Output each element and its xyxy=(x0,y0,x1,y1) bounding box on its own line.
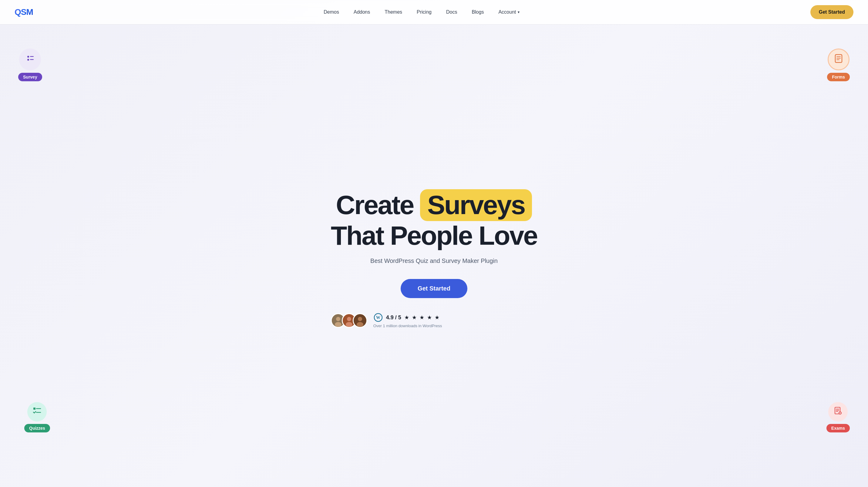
nav-blogs[interactable]: Blogs xyxy=(466,7,490,17)
forms-widget: Forms xyxy=(827,48,850,81)
forms-icon-box xyxy=(828,48,849,70)
header: QSM Demos Addons Themes Pricing Docs Blo… xyxy=(0,0,868,24)
hero-title-suffix: That People Love xyxy=(331,221,537,251)
header-get-started-button[interactable]: Get Started xyxy=(810,5,854,19)
nav-docs[interactable]: Docs xyxy=(440,7,463,17)
forms-icon xyxy=(833,53,844,66)
avatar-group xyxy=(331,313,367,328)
nav-account[interactable]: Account ▾ xyxy=(492,7,526,17)
hero-title-highlight: Surveys xyxy=(420,189,532,221)
stars: ★ ★ ★ ★ ★ xyxy=(404,314,440,321)
rating-description: Over 1 million downloads in WordPress xyxy=(373,324,442,328)
svg-point-0 xyxy=(27,56,29,58)
rating-score: 4.9 / 5 xyxy=(386,315,401,321)
nav: Demos Addons Themes Pricing Docs Blogs A… xyxy=(317,7,526,17)
exams-icon xyxy=(833,407,842,417)
rating-row: W 4.9 / 5 ★ ★ ★ ★ ★ xyxy=(373,313,440,322)
exams-label: Exams xyxy=(827,424,850,432)
chevron-down-icon: ▾ xyxy=(518,10,520,14)
social-proof: W 4.9 / 5 ★ ★ ★ ★ ★ Over 1 million downl… xyxy=(331,313,537,328)
quizzes-icon-box xyxy=(27,402,47,422)
exams-widget: Exams xyxy=(827,402,850,432)
survey-icon xyxy=(25,53,35,66)
svg-point-26 xyxy=(356,322,363,327)
logo-text: QSM xyxy=(14,7,33,17)
svg-rect-4 xyxy=(33,408,35,410)
svg-point-2 xyxy=(27,59,29,61)
svg-text:W: W xyxy=(376,315,380,320)
exams-icon-box xyxy=(828,402,848,422)
svg-rect-1 xyxy=(30,56,34,57)
nav-themes[interactable]: Themes xyxy=(378,7,408,17)
wordpress-logo: W xyxy=(373,313,383,322)
hero-title: Create Surveys That People Love xyxy=(331,189,537,251)
svg-point-25 xyxy=(358,317,362,321)
svg-point-20 xyxy=(335,322,341,327)
rating-info: W 4.9 / 5 ★ ★ ★ ★ ★ Over 1 million downl… xyxy=(373,313,442,328)
forms-label: Forms xyxy=(827,73,850,81)
avatar xyxy=(353,313,367,328)
quizzes-label: Quizzes xyxy=(24,424,50,432)
survey-label: Survey xyxy=(18,73,42,81)
svg-rect-3 xyxy=(30,59,34,60)
logo[interactable]: QSM xyxy=(14,7,33,17)
survey-widget: Survey xyxy=(18,48,42,81)
nav-addons[interactable]: Addons xyxy=(347,7,376,17)
nav-demos[interactable]: Demos xyxy=(317,7,345,17)
quizzes-widget: Quizzes xyxy=(24,402,50,432)
hero-section: Survey Quizzes xyxy=(0,24,868,487)
hero-title-prefix: Create xyxy=(336,190,414,220)
survey-icon-box xyxy=(19,48,41,70)
nav-pricing[interactable]: Pricing xyxy=(411,7,438,17)
quizzes-icon xyxy=(32,407,41,417)
hero-get-started-button[interactable]: Get Started xyxy=(401,279,467,298)
svg-point-23 xyxy=(346,322,352,327)
svg-point-22 xyxy=(347,317,351,321)
svg-point-19 xyxy=(336,317,340,321)
hero-subtitle: Best WordPress Quiz and Survey Maker Plu… xyxy=(331,257,537,264)
